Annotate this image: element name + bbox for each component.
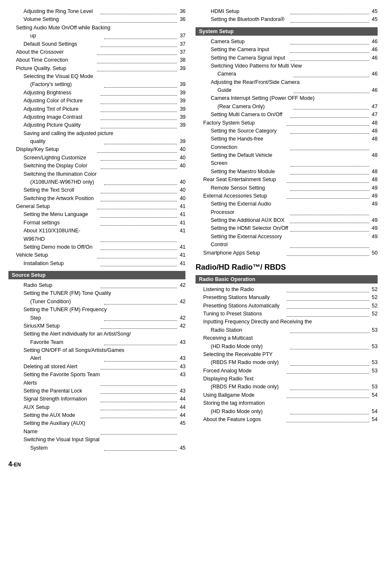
list-item: Setting the TUNER (FM) Tone Quality bbox=[8, 289, 185, 297]
list-item: Adjusting Brightness 39 bbox=[8, 89, 185, 97]
list-item: Saving and calling the adjusted picture bbox=[8, 130, 185, 138]
list-item: Setting the Menu Language 41 bbox=[8, 211, 185, 219]
list-item: Adjusting the Rear/Front/Side Camera bbox=[196, 78, 378, 86]
list-item: Tuning to Preset Stations 52 bbox=[196, 310, 378, 318]
left-column: Adjusting the Ring Tone Level 36 Volume … bbox=[8, 8, 193, 468]
list-item: (HD Radio Mode only) 53 bbox=[196, 343, 378, 351]
list-item: Listening to the Radio 52 bbox=[196, 286, 378, 294]
list-item: (Rear Camera Only) 47 bbox=[196, 103, 378, 111]
list-item: Switching the Artwork Position 40 bbox=[8, 195, 185, 203]
list-item: Signal Strength Information 44 bbox=[8, 395, 185, 403]
list-item: About the Feature Logos 54 bbox=[196, 416, 378, 424]
list-item: About X110/X108U/INE-W967HD 41 bbox=[8, 227, 185, 243]
system-setup-header: System Setup bbox=[196, 27, 378, 36]
list-item: Installation Setup 41 bbox=[8, 260, 185, 268]
list-item: Camera Interrupt Setting (Power OFF Mode… bbox=[196, 94, 378, 102]
list-item: Default Sound Settings 37 bbox=[8, 40, 185, 48]
list-item: Step 42 bbox=[8, 314, 185, 322]
list-item: HDMI Setup 45 bbox=[196, 8, 378, 16]
source-setup-entries: Radio Setup 42 Setting the TUNER (FM) To… bbox=[8, 281, 185, 452]
list-item: About Time Correction 38 bbox=[8, 56, 185, 64]
radio-section-title: Radio/HD Radio™/ RBDS bbox=[196, 263, 378, 272]
list-item: Camera Setup 46 bbox=[196, 38, 378, 46]
list-item: Adjusting Image Contrast 39 bbox=[8, 113, 185, 121]
list-item: Radio Setup 42 bbox=[8, 281, 185, 289]
list-item: Setting the Camera Signal Input 46 bbox=[196, 54, 378, 62]
list-item: up 37 bbox=[8, 32, 185, 40]
list-item: Switching the Visual Input Signal bbox=[8, 436, 185, 444]
list-item: (RBDS FM Radio mode only) 53 bbox=[196, 359, 378, 367]
list-item: Switching the Illumination Color bbox=[8, 170, 185, 178]
list-item: Selecting the Receivable PTY bbox=[196, 351, 378, 359]
list-item: Receiving a Multicast bbox=[196, 334, 378, 342]
left-top-entries: Adjusting the Ring Tone Level 36 Volume … bbox=[8, 8, 185, 268]
list-item: (RBDS FM Radio mode only) 53 bbox=[196, 383, 378, 391]
list-item: (Tuner Condition) 42 bbox=[8, 298, 185, 306]
list-item: Volume Setting 36 bbox=[8, 16, 185, 23]
list-item: Display/Key Setup 40 bbox=[8, 146, 185, 154]
list-item: Selecting the Visual EQ Mode bbox=[8, 73, 185, 81]
list-item: Setting the External Accessory Control 4… bbox=[196, 233, 378, 249]
list-item: Setting the Default Vehicle Screen 48 bbox=[196, 151, 378, 168]
list-item: AUX Setup 44 bbox=[8, 403, 185, 411]
list-item: Vehicle Setup 41 bbox=[8, 251, 185, 259]
list-item: General Setup 41 bbox=[8, 203, 185, 211]
list-item: Setting the AUX Mode 44 bbox=[8, 411, 185, 419]
list-item: Setting the Camera Input 46 bbox=[196, 46, 378, 54]
list-item: Setting the External Audio Processor 49 bbox=[196, 200, 378, 216]
list-item: Displaying Radio Text bbox=[196, 375, 378, 383]
list-item: Setting the Alert individually for an Ar… bbox=[8, 330, 185, 338]
list-item: Setting the Maestro Module 48 bbox=[196, 168, 378, 176]
list-item: Remote Sensor Setting 49 bbox=[196, 184, 378, 192]
list-item: Setting the Bluetooth Pandora® 45 bbox=[196, 16, 378, 23]
list-item: quality 39 bbox=[8, 138, 185, 146]
list-item: (Factory's setting) 39 bbox=[8, 81, 185, 88]
list-item: SiriusXM Setup 42 bbox=[8, 322, 185, 330]
list-item: Presetting Stations Automatically 52 bbox=[196, 302, 378, 310]
list-item: Smartphone Apps Setup 50 bbox=[196, 249, 378, 257]
right-column: HDMI Setup 45 Setting the Bluetooth Pand… bbox=[193, 8, 378, 468]
radio-basic-operation-header: Radio Basic Operation bbox=[196, 275, 378, 284]
list-item: Factory System Setup 48 bbox=[196, 119, 378, 127]
list-item: Switching Video Patterns for Multi View bbox=[196, 62, 378, 70]
list-item: Storing the tag information bbox=[196, 399, 378, 407]
list-item: Forced Analog Mode 53 bbox=[196, 367, 378, 375]
list-item: External Accessories Setup 49 bbox=[196, 192, 378, 200]
list-item: Deleting all stored Alert 43 bbox=[8, 363, 185, 371]
system-setup-entries: Camera Setup 46 Setting the Camera Input… bbox=[196, 38, 378, 257]
list-item: Setting the Text Scroll 40 bbox=[8, 186, 185, 194]
list-item: Presetting Stations Manually 52 bbox=[196, 294, 378, 302]
list-item: Setting ON/OFF of all Songs/Artists/Game… bbox=[8, 346, 185, 354]
list-item: Switching the Display Color 40 bbox=[8, 162, 185, 170]
list-item: Screen/Lighting Customize 40 bbox=[8, 154, 185, 162]
list-item: Setting the Source Category 48 bbox=[196, 127, 378, 135]
list-item: Alert 43 bbox=[8, 354, 185, 362]
list-item: Setting the Favorite Sports Team Alerts … bbox=[8, 371, 185, 387]
list-item: Setting the Additional AUX BOX 49 bbox=[196, 216, 378, 224]
list-item: Setting the Hands-free Connection 48 bbox=[196, 135, 378, 151]
list-item: Setting the Parental Lock 43 bbox=[8, 387, 185, 395]
list-item: Inputting Frequency Directly and Receivi… bbox=[196, 318, 378, 326]
list-item: Radio Station 53 bbox=[196, 326, 378, 334]
list-item: Rear Seat Entertainment Setup 48 bbox=[196, 176, 378, 184]
list-item: (X108U/INE-W967HD only) 40 bbox=[8, 178, 185, 186]
right-top-entries: HDMI Setup 45 Setting the Bluetooth Pand… bbox=[196, 8, 378, 24]
page-number: 4-EN bbox=[8, 461, 185, 468]
list-item: Setting the HDMI Selector On/Off 49 bbox=[196, 224, 378, 232]
list-item: Setting Audio Mute On/Off while Backing bbox=[8, 24, 185, 32]
source-setup-header: Source Setup bbox=[8, 271, 185, 279]
list-item: Adjusting Picture Quality 39 bbox=[8, 121, 185, 129]
list-item: Favorite Team 43 bbox=[8, 338, 185, 346]
radio-basic-operation-entries: Listening to the Radio 52 Presetting Sta… bbox=[196, 286, 378, 424]
list-item: Picture Quality. Setup 39 bbox=[8, 65, 185, 73]
list-item: Setting Multi Camera to On/Off 47 bbox=[196, 111, 378, 119]
list-item: Guide 46 bbox=[196, 86, 378, 94]
list-item: Format settings 41 bbox=[8, 219, 185, 227]
list-item: Setting Demo mode to Off/On 41 bbox=[8, 243, 185, 251]
list-item: About the Crossover 37 bbox=[8, 48, 185, 56]
list-item: Camera 46 bbox=[196, 70, 378, 78]
list-item: System 45 bbox=[8, 444, 185, 452]
list-item: Adjusting the Ring Tone Level 36 bbox=[8, 8, 185, 16]
list-item: (HD Radio Mode only) 54 bbox=[196, 408, 378, 416]
list-item: Using Ballgame Mode 54 bbox=[196, 391, 378, 399]
